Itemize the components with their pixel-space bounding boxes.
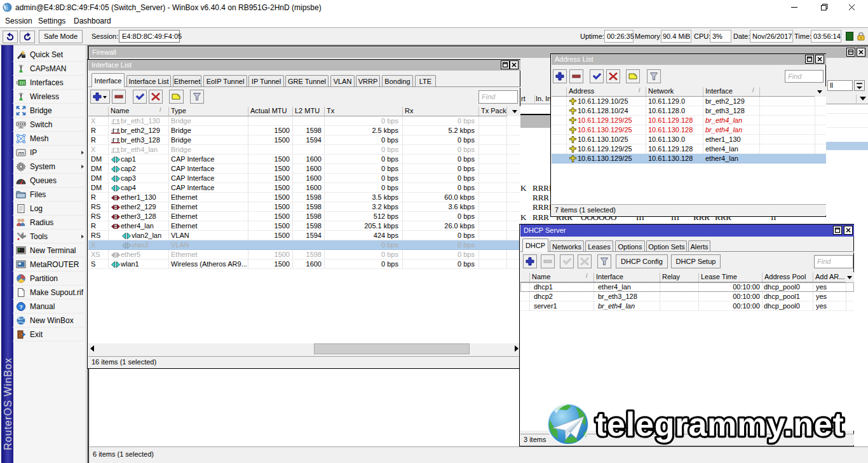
svg-text:telegrammy.net: telegrammy.net: [595, 406, 844, 443]
